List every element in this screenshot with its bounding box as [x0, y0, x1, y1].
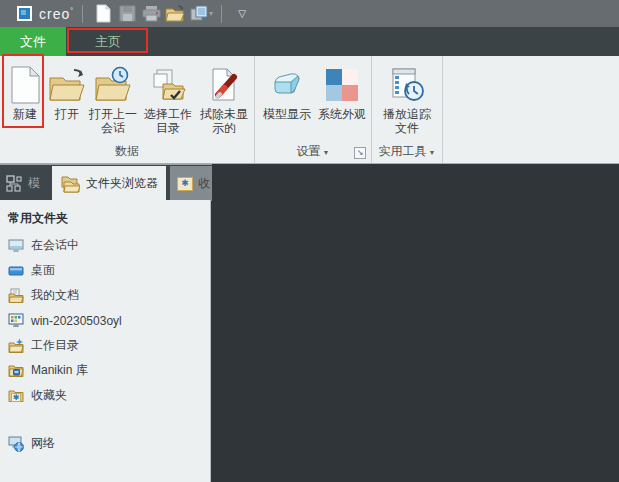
quick-new-button[interactable] — [92, 3, 114, 25]
tab-label: 模 — [28, 175, 40, 192]
group-label-utilities[interactable]: 实用工具▼ — [372, 143, 442, 160]
tab-label: 收 — [198, 175, 210, 192]
select-working-directory-button[interactable]: 选择工作目录 — [140, 61, 196, 135]
play-trace-file-button[interactable]: 播放追踪文件 — [374, 61, 440, 135]
folder-item-favorites[interactable]: ✱ 收藏夹 — [0, 383, 210, 408]
desktop-icon — [8, 263, 24, 279]
ribbon-group-settings: 模型显示 系统外观 设置▼ ↘ — [255, 56, 372, 163]
chevron-down-icon: ▼ — [323, 149, 330, 156]
ribbon-group-data: 新建 打开 — [0, 56, 255, 163]
quick-save-button[interactable] — [116, 3, 138, 25]
tab-home[interactable]: 主页 — [66, 27, 150, 56]
erase-not-displayed-button[interactable]: 拭除未显示的 — [196, 61, 252, 135]
new-file-icon — [95, 4, 112, 23]
erase-marker-icon — [204, 63, 244, 107]
folder-item-label: 工作目录 — [31, 337, 79, 354]
window-dropdown-arrow[interactable]: ▾ — [209, 9, 213, 18]
favorites-folder-icon: ✱ — [177, 177, 193, 191]
chevron-down-icon: ▽ — [238, 8, 246, 19]
working-directory-check-icon — [148, 63, 188, 107]
button-label: 播放追踪 — [383, 107, 431, 121]
trademark-mark: ° — [70, 7, 74, 14]
new-file-icon — [5, 63, 45, 107]
save-icon — [119, 5, 136, 22]
app-title: creo° — [39, 6, 74, 22]
favorites-folder-icon: ✱ — [8, 388, 24, 404]
folder-item-computer[interactable]: win-20230503oyl — [0, 308, 210, 333]
folder-browser-icon — [60, 175, 80, 193]
computer-icon — [8, 313, 24, 329]
button-label: 打开 — [55, 107, 79, 121]
open-session-clock-icon — [93, 63, 133, 107]
quick-window-button[interactable] — [188, 3, 210, 25]
svg-text:✱: ✱ — [13, 393, 20, 402]
button-label: 系统外观 — [318, 107, 366, 121]
dialog-launcher-icon[interactable]: ↘ — [354, 147, 366, 159]
graphics-area[interactable]: 模 文件夹浏览器 ✱ 收 常用文件夹 在会话中 — [0, 164, 619, 482]
folder-item-label: Manikin 库 — [31, 362, 88, 379]
tab-folder-browser[interactable]: 文件夹浏览器 — [52, 166, 166, 201]
in-session-monitor-icon — [8, 238, 24, 254]
folder-item-desktop[interactable]: 桌面 — [0, 258, 210, 283]
button-label: 模型显示 — [263, 107, 311, 121]
quick-print-button[interactable] — [140, 3, 162, 25]
button-label: 新建 — [13, 107, 37, 121]
working-directory-folder-icon — [8, 338, 24, 354]
tab-label: 文件夹浏览器 — [86, 175, 158, 192]
button-label: 选择工作 — [144, 107, 192, 121]
system-appearance-swatches-icon — [322, 63, 362, 107]
titlebar: creo° — [0, 0, 619, 27]
folder-item-label: 网络 — [31, 435, 55, 452]
tab-file[interactable]: 文件 — [0, 27, 66, 56]
ribbon: 新建 打开 — [0, 56, 619, 164]
open-folder-icon — [47, 63, 87, 107]
open-button[interactable]: 打开 — [48, 61, 86, 135]
navigator-tab-bar: 模 文件夹浏览器 ✱ 收 — [0, 164, 212, 200]
folder-item-label: win-20230503oyl — [31, 314, 122, 328]
open-folder-icon — [165, 5, 185, 22]
open-last-session-button[interactable]: 打开上一会话 — [86, 61, 140, 135]
titlebar-separator — [82, 5, 83, 23]
folder-item-working-directory[interactable]: 工作目录 — [0, 333, 210, 358]
chevron-down-icon: ▼ — [429, 149, 436, 156]
button-label-line2: 目录 — [156, 121, 180, 135]
quick-access-customize-button[interactable]: ▽ — [231, 3, 253, 25]
button-label-line2: 示的 — [212, 121, 236, 135]
model-display-button[interactable]: 模型显示 — [258, 61, 316, 135]
titlebar-separator-2 — [221, 5, 222, 23]
button-label: 打开上一 — [89, 107, 137, 121]
documents-folder-icon — [8, 288, 24, 304]
system-appearance-button[interactable]: 系统外观 — [316, 61, 368, 135]
folder-item-label: 桌面 — [31, 262, 55, 279]
button-label-line2: 会话 — [101, 121, 125, 135]
folder-item-network[interactable]: 网络 — [0, 431, 210, 456]
folder-item-in-session[interactable]: 在会话中 — [0, 233, 210, 258]
tab-model-tree[interactable]: 模 — [0, 166, 50, 201]
common-folders-header: 常用文件夹 — [0, 200, 210, 233]
quick-open-button[interactable] — [164, 3, 186, 25]
button-label: 拭除未显 — [200, 107, 248, 121]
folder-item-label: 在会话中 — [31, 237, 79, 254]
model-tree-icon — [6, 175, 23, 192]
model-display-eraser-icon — [267, 63, 307, 107]
folder-item-my-documents[interactable]: 我的文档 — [0, 283, 210, 308]
new-button[interactable]: 新建 — [2, 61, 48, 135]
library-folder-icon — [8, 363, 24, 379]
windows-icon — [190, 5, 209, 22]
folder-item-manikin-library[interactable]: Manikin 库 — [0, 358, 210, 383]
network-icon — [8, 436, 24, 452]
print-icon — [142, 5, 161, 22]
folder-item-label: 我的文档 — [31, 287, 79, 304]
folder-browser-panel: 常用文件夹 在会话中 桌面 我的文档 — [0, 200, 211, 482]
group-label-data: 数据 — [0, 143, 254, 160]
ribbon-group-utilities: 播放追踪文件 实用工具▼ — [372, 56, 443, 163]
folder-item-label: 收藏夹 — [31, 387, 67, 404]
tab-favorites[interactable]: ✱ 收 — [170, 166, 212, 201]
button-label-line2: 文件 — [395, 121, 419, 135]
creo-logo-icon — [17, 6, 32, 21]
play-trace-file-icon — [387, 63, 427, 107]
ribbon-tab-bar: 文件 主页 — [0, 27, 619, 56]
